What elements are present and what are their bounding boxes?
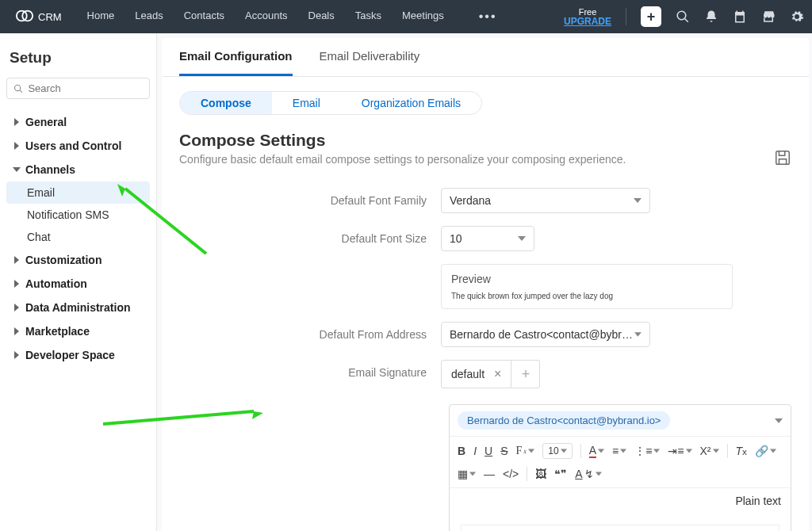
nav-leads[interactable]: Leads bbox=[135, 10, 163, 24]
calendar-icon[interactable] bbox=[733, 10, 747, 24]
chevron-right-icon bbox=[13, 256, 21, 264]
underline-button[interactable]: U bbox=[485, 445, 492, 457]
align-button[interactable]: ≡ bbox=[612, 445, 626, 457]
gear-icon[interactable] bbox=[790, 10, 804, 24]
plain-text-toggle[interactable]: Plain text bbox=[450, 488, 791, 514]
svg-marker-2 bbox=[117, 184, 125, 197]
sidebar-title: Setup bbox=[10, 49, 150, 67]
section-desc: Configure basic default email compose se… bbox=[162, 153, 809, 181]
caret-down-icon bbox=[634, 330, 642, 338]
hr-button[interactable]: — bbox=[484, 468, 495, 480]
secondary-tabs: Compose Email Organization Emails bbox=[162, 77, 809, 120]
editor-body[interactable]: Bill & Potter Foundation We are a nonpro… bbox=[450, 514, 791, 531]
select-font-family[interactable]: Verdana bbox=[441, 188, 650, 213]
indent-button[interactable]: ⇥≡ bbox=[668, 445, 691, 457]
script-button[interactable]: X² bbox=[700, 445, 719, 457]
select-font-size[interactable]: 10 bbox=[441, 226, 534, 251]
label-from-address: Default From Address bbox=[179, 328, 441, 341]
nav-home[interactable]: Home bbox=[87, 10, 115, 24]
sidebar: Setup General Users and Control Channels… bbox=[0, 33, 157, 531]
tab-email-deliverability[interactable]: Email Deliverability bbox=[320, 49, 420, 76]
link-button[interactable]: 🔗 bbox=[755, 445, 776, 457]
primary-tabs: Email Configuration Email Deliverability bbox=[162, 38, 809, 77]
chevron-right-icon bbox=[13, 351, 21, 359]
select-from-address[interactable]: Bernardo de Castro<contact@bybrand.io> bbox=[441, 322, 650, 347]
nav-deals[interactable]: Deals bbox=[308, 10, 335, 24]
code-button[interactable]: </> bbox=[503, 468, 519, 480]
brand-logo-icon bbox=[16, 7, 33, 27]
upgrade-link[interactable]: UPGRADE bbox=[564, 16, 611, 27]
sidebar-item-data-admin[interactable]: Data Administration bbox=[6, 296, 150, 319]
nav-more-icon[interactable]: ••• bbox=[479, 10, 497, 24]
trial-block: Free UPGRADE bbox=[564, 8, 611, 26]
chevron-right-icon bbox=[13, 304, 21, 311]
close-icon[interactable]: × bbox=[494, 367, 501, 381]
svg-line-1 bbox=[125, 189, 206, 254]
style-button[interactable]: A↯ bbox=[575, 468, 601, 480]
preview-head: Preview bbox=[451, 273, 722, 285]
chevron-right-icon bbox=[13, 280, 21, 288]
label-email-signature: Email Signature bbox=[179, 360, 441, 379]
search-icon bbox=[13, 83, 23, 94]
from-chip[interactable]: Bernardo de Castro<contact@bybrand.io> bbox=[458, 411, 670, 430]
brand[interactable]: CRM bbox=[8, 7, 70, 27]
subtab-compose[interactable]: Compose bbox=[180, 92, 272, 114]
nav-accounts[interactable]: Accounts bbox=[245, 10, 287, 24]
table-button[interactable]: ▦ bbox=[458, 468, 476, 480]
chevron-right-icon bbox=[13, 118, 21, 126]
nav-tasks[interactable]: Tasks bbox=[355, 10, 381, 24]
caret-down-icon bbox=[518, 235, 526, 243]
nav-contacts[interactable]: Contacts bbox=[184, 10, 224, 24]
preview-text: The quick brown fox jumped over the lazy… bbox=[451, 292, 722, 300]
nav-meetings[interactable]: Meetings bbox=[402, 10, 444, 24]
store-icon[interactable] bbox=[761, 10, 776, 24]
brand-text: CRM bbox=[38, 11, 62, 23]
svg-rect-0 bbox=[776, 151, 790, 165]
sidebar-search-input[interactable] bbox=[28, 82, 143, 94]
font-picker[interactable]: F𝑥 bbox=[515, 445, 534, 457]
image-button[interactable]: 🖼 bbox=[535, 468, 546, 480]
separator bbox=[626, 8, 626, 25]
subtab-org-emails[interactable]: Organization Emails bbox=[341, 92, 481, 114]
sidebar-item-general[interactable]: General bbox=[6, 110, 150, 134]
signature-tabs: default × + bbox=[441, 360, 791, 388]
save-icon[interactable] bbox=[774, 149, 791, 166]
strike-button[interactable]: S bbox=[500, 445, 508, 457]
signature-tab-default[interactable]: default × bbox=[441, 360, 511, 388]
bell-icon[interactable] bbox=[704, 10, 718, 24]
sidebar-item-users[interactable]: Users and Control bbox=[6, 134, 150, 158]
sidebar-item-automation[interactable]: Automation bbox=[6, 272, 150, 296]
svg-line-3 bbox=[103, 411, 254, 424]
top-menu: Home Leads Contacts Accounts Deals Tasks… bbox=[87, 10, 497, 24]
add-button[interactable]: + bbox=[641, 6, 661, 27]
signature-editor: Bernardo de Castro<contact@bybrand.io> B… bbox=[449, 404, 791, 531]
subtab-email[interactable]: Email bbox=[272, 92, 341, 114]
sidebar-item-marketplace[interactable]: Marketplace bbox=[6, 319, 150, 343]
italic-button[interactable]: I bbox=[473, 445, 477, 457]
topnav-right: Free UPGRADE + bbox=[564, 6, 804, 27]
sidebar-search[interactable] bbox=[6, 78, 150, 99]
sidebar-item-developer[interactable]: Developer Space bbox=[6, 343, 150, 367]
editor-from-row[interactable]: Bernardo de Castro<contact@bybrand.io> bbox=[450, 405, 791, 437]
font-size-picker[interactable]: 10 bbox=[542, 443, 572, 459]
list-button[interactable]: ⋮≡ bbox=[634, 445, 660, 457]
tab-email-config[interactable]: Email Configuration bbox=[179, 49, 293, 76]
chevron-right-icon bbox=[13, 327, 21, 335]
section-title: Compose Settings bbox=[162, 120, 809, 153]
editor-toolbar: B I U S F𝑥 10 A ≡ ⋮≡ ⇥≡ X² Tx 🔗 ▦ — </> … bbox=[450, 437, 791, 488]
preview-box: Preview The quick brown fox jumped over … bbox=[441, 264, 733, 309]
bold-button[interactable]: B bbox=[458, 445, 465, 457]
text-color-button[interactable]: A bbox=[589, 444, 604, 458]
main-panel: Email Configuration Email Deliverability… bbox=[162, 38, 809, 531]
signature-preview: Bill & Potter Foundation We are a nonpro… bbox=[461, 525, 779, 531]
annotation-arrow-1 bbox=[111, 174, 222, 272]
add-signature-button[interactable]: + bbox=[511, 360, 540, 388]
caret-down-icon[interactable] bbox=[775, 417, 783, 425]
chevron-down-icon bbox=[13, 166, 21, 174]
chevron-right-icon bbox=[13, 142, 21, 150]
quote-button[interactable]: ❝❞ bbox=[554, 468, 567, 480]
caret-down-icon bbox=[634, 197, 642, 204]
search-icon[interactable] bbox=[676, 10, 690, 24]
svg-marker-4 bbox=[252, 411, 263, 419]
clear-format-button[interactable]: Tx bbox=[736, 445, 747, 457]
